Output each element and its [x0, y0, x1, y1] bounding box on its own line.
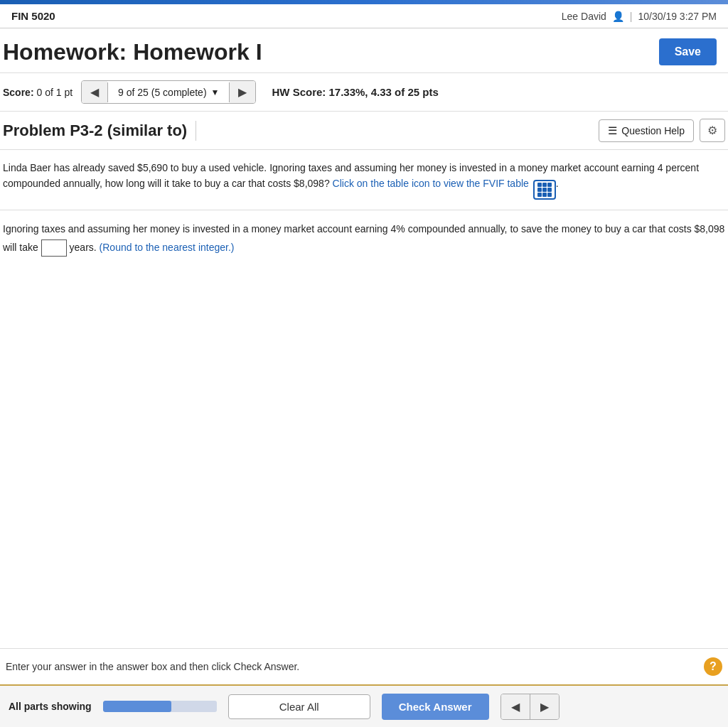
bottom-instructions: Enter your answer in the answer box and … [0, 648, 728, 684]
bottom-prev-button[interactable]: ◀ [501, 694, 530, 719]
score-label-text: Score: [3, 87, 34, 98]
question-progress: 9 of 25 (5 complete) [118, 87, 207, 98]
score-bar: Score: 0 of 1 pt ◀ 9 of 25 (5 complete) … [0, 73, 728, 112]
clear-all-button[interactable]: Clear All [228, 694, 370, 719]
question-nav[interactable]: ◀ 9 of 25 (5 complete) ▼ ▶ [81, 80, 256, 104]
gear-button[interactable]: ⚙ [700, 119, 725, 142]
instructions-text: Enter your answer in the answer box and … [6, 661, 299, 672]
hw-score: HW Score: 17.33%, 4.33 of 25 pts [272, 86, 438, 98]
top-nav-bar: FIN 5020 Lee David 👤 | 10/30/19 3:27 PM [0, 4, 728, 28]
answer-input[interactable] [41, 239, 67, 257]
answer-paragraph: Ignoring taxes and assuming her money is… [3, 220, 725, 256]
bottom-action-bar: All parts showing Clear All Check Answer… [0, 684, 728, 727]
save-button[interactable]: Save [659, 38, 717, 65]
user-name: Lee David [562, 11, 606, 22]
list-icon: ☰ [608, 124, 617, 137]
help-button[interactable]: ? [704, 657, 722, 676]
fvif-table-link[interactable]: Click on the table icon to view the FVIF… [333, 178, 529, 189]
prev-question-button[interactable]: ◀ [82, 81, 107, 103]
check-answer-button[interactable]: Check Answer [382, 694, 489, 720]
course-label: FIN 5020 [11, 10, 55, 22]
round-note: (Round to the nearest integer.) [100, 242, 235, 253]
score-value: 0 of 1 pt [36, 87, 73, 98]
problem-paragraph: Linda Baer has already saved $5,690 to b… [3, 160, 725, 200]
problem-title: Problem P3-2 (similar to) [3, 122, 187, 140]
page-title: Homework: Homework I [3, 39, 262, 65]
separator: | [630, 11, 633, 22]
progress-bar [103, 701, 217, 712]
progress-bar-fill [103, 701, 171, 712]
bottom-next-button[interactable]: ▶ [530, 694, 559, 719]
next-question-button[interactable]: ▶ [230, 81, 255, 103]
answer-section: Ignoring taxes and assuming her money is… [0, 210, 728, 266]
hw-score-label: HW Score: [272, 86, 326, 98]
dropdown-arrow: ▼ [211, 87, 220, 97]
question-help-label: Question Help [621, 125, 685, 136]
score-label: Score: 0 of 1 pt [3, 87, 73, 98]
grid-icon [537, 183, 552, 197]
answer-text-part2: years. [67, 242, 100, 253]
problem-content: Linda Baer has already saved $5,690 to b… [0, 150, 728, 210]
gear-icon: ⚙ [707, 124, 717, 136]
page-header: Homework: Homework I Save [0, 28, 728, 73]
hw-score-value: 17.33%, 4.33 of 25 pts [328, 86, 438, 98]
datetime: 10/30/19 3:27 PM [638, 11, 717, 22]
problem-header: Problem P3-2 (similar to) ☰ Question Hel… [0, 112, 728, 150]
question-help-button[interactable]: ☰ Question Help [599, 119, 694, 142]
question-nav-center[interactable]: 9 of 25 (5 complete) ▼ [107, 82, 230, 102]
table-icon-wrapper[interactable] [533, 180, 556, 200]
all-parts-label: All parts showing [9, 701, 92, 712]
bottom-nav[interactable]: ◀ ▶ [500, 694, 560, 720]
user-icon: 👤 [612, 11, 624, 22]
